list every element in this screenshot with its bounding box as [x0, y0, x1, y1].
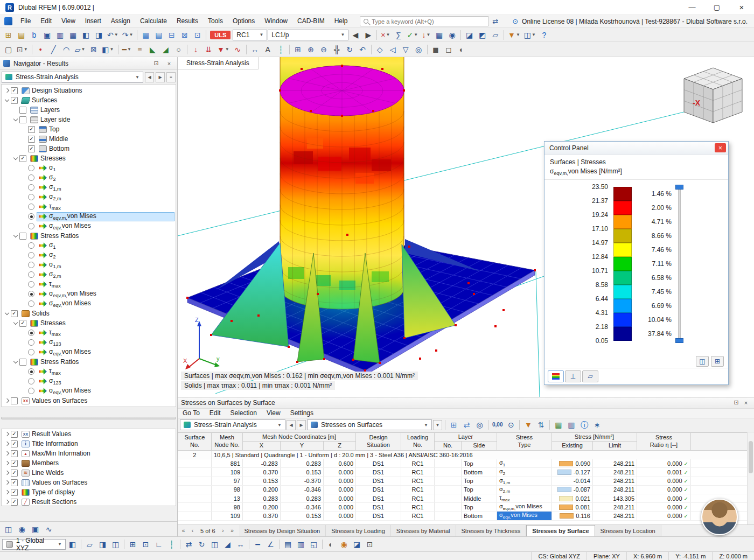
node-cell[interactable]: 98 — [212, 485, 243, 494]
checkbox[interactable]: ✓ — [28, 145, 35, 152]
control-panel-close-button[interactable]: × — [715, 143, 726, 152]
table-menu-go-to[interactable]: Go To — [178, 409, 205, 417]
y-cell[interactable]: 0.153 — [281, 512, 324, 520]
expand-chevron-icon[interactable] — [12, 359, 19, 365]
uls-badge[interactable]: ULS — [210, 31, 231, 39]
table-menu-view[interactable]: View — [262, 409, 285, 417]
surface-load-button[interactable]: ▼▼ — [215, 44, 231, 55]
layer-no-cell[interactable] — [435, 503, 462, 512]
table-settings-button[interactable]: ⊡ — [191, 29, 204, 41]
stress-type-cell[interactable]: σ2,m — [497, 485, 552, 494]
menu-window[interactable]: Window — [260, 15, 292, 27]
checkbox[interactable]: ✓ — [19, 233, 26, 240]
y-cell[interactable]: -0.370 — [281, 477, 324, 485]
zoom-window-button[interactable]: ⊞ — [292, 44, 304, 55]
layer-no-cell[interactable] — [435, 494, 462, 502]
tree-item-layer-side[interactable]: ✓Layer side — [2, 115, 176, 124]
new-line-button[interactable]: ╱ — [47, 44, 60, 55]
navigator-forward-button[interactable]: ▶ — [156, 72, 165, 82]
isometric-view-button[interactable]: ◇ — [374, 44, 386, 55]
comment-button[interactable]: ▱ — [489, 29, 501, 41]
tree-item-sigma1[interactable]: σ1 — [2, 241, 176, 250]
radio-button[interactable] — [28, 271, 34, 278]
radio-button[interactable] — [28, 194, 34, 200]
show-result-values-button[interactable]: ◉ — [446, 29, 458, 41]
existing-stress-cell[interactable]: -0.087 — [552, 485, 593, 494]
show-loads-button[interactable]: ↓▼ — [420, 29, 432, 41]
table-prev-button[interactable]: ◀ — [287, 420, 296, 430]
z-cell[interactable]: 0.000 — [324, 468, 356, 477]
radio-button[interactable] — [28, 184, 34, 191]
ratio-cell[interactable]: 0.000✓ — [637, 494, 691, 502]
limit-stress-cell[interactable]: 248.211 — [593, 512, 637, 520]
member-set-button[interactable]: ≡ — [134, 44, 146, 55]
checkbox[interactable]: ✓ — [11, 87, 18, 94]
stress-type-cell[interactable]: σeqv,von Mises — [497, 512, 552, 520]
node-cell[interactable]: 97 — [212, 477, 243, 485]
tree-item-sigma2-m[interactable]: σ2,m — [2, 270, 176, 279]
dimension-button[interactable]: ↔ — [249, 44, 261, 55]
render-shadow-button[interactable]: ◐ — [456, 44, 468, 55]
expand-chevron-icon[interactable] — [4, 499, 10, 505]
undo-button[interactable]: ↶▼ — [106, 29, 120, 41]
tree-item-line-welds[interactable]: ✓Line Welds — [2, 468, 176, 478]
table-print-button[interactable]: ⊠ — [178, 29, 191, 41]
x-cell[interactable]: 0.153 — [243, 477, 281, 485]
block-manager-button[interactable]: ◨ — [93, 29, 105, 41]
calculate-all-button[interactable]: ∑ — [392, 29, 404, 41]
expand-chevron-icon[interactable] — [4, 97, 10, 103]
navigator-splitter[interactable] — [0, 407, 177, 429]
node-cell[interactable]: 109 — [212, 468, 243, 477]
print-table-button[interactable]: ▥ — [565, 419, 577, 431]
radio-button[interactable] — [28, 291, 34, 297]
surface-cell[interactable] — [178, 503, 212, 512]
filter-tab[interactable]: ▱ — [582, 370, 598, 382]
checkbox[interactable]: ✓ — [19, 116, 26, 123]
clipping-planes-button[interactable]: ◪ — [351, 538, 363, 550]
last-table-button[interactable]: » — [228, 526, 237, 536]
table-next-button[interactable]: ▶ — [297, 420, 306, 430]
radio-button[interactable] — [28, 349, 34, 355]
checkbox[interactable]: ✓ — [11, 489, 18, 496]
app-menu-icon[interactable] — [4, 17, 12, 25]
surface-group-info[interactable]: 10,6,5 | Standard | Quadrangle | 1 - Uni… — [212, 451, 748, 459]
tree-item-middle[interactable]: ✓Middle — [2, 134, 176, 144]
save-model-button[interactable]: ▣ — [41, 29, 53, 41]
radio-button[interactable] — [28, 330, 34, 336]
table-menu-settings[interactable]: Settings — [285, 409, 318, 417]
render-solid-button[interactable]: ◼ — [430, 44, 442, 55]
tree-item-type-of-display[interactable]: ✓Type of display — [2, 487, 176, 497]
viewport-tab-stress-strain-analysis[interactable]: Stress-Strain Analysis — [178, 57, 259, 69]
loading-cell[interactable]: RC1 — [401, 485, 435, 494]
coordinate-system-combo[interactable]: 1 - Global XYZ ▼ — [2, 539, 66, 550]
layer-no-cell[interactable] — [435, 512, 462, 520]
checkbox[interactable]: ✓ — [19, 359, 26, 366]
checkbox[interactable]: ✓ — [11, 460, 18, 467]
move-copy-button[interactable]: ⇄ — [183, 538, 195, 550]
expand-chevron-icon[interactable] — [12, 155, 19, 162]
checkbox[interactable]: ✓ — [19, 155, 26, 162]
radio-button[interactable] — [28, 242, 34, 249]
tree-item-stress-ratios[interactable]: ✓Stress Ratios — [2, 231, 176, 241]
menu-results[interactable]: Results — [172, 15, 203, 27]
expand-chevron-icon[interactable] — [4, 470, 10, 476]
close-table-button[interactable]: × — [741, 398, 751, 407]
tree-item-result-sections[interactable]: ✓Result Sections — [2, 497, 176, 506]
layer-side-cell[interactable]: Bottom — [462, 512, 497, 520]
hinge-button[interactable]: ○ — [172, 44, 185, 55]
checkbox[interactable]: ✓ — [11, 97, 18, 104]
menu-options[interactable]: Options — [228, 15, 260, 27]
expand-chevron-icon[interactable] — [4, 397, 10, 404]
work-plane-yz-button[interactable]: ◨ — [96, 538, 109, 550]
light-settings-button[interactable]: ◉ — [338, 538, 350, 550]
navigation-cube[interactable]: -X — [684, 68, 742, 123]
tree-item-title-information[interactable]: ✓Title Information — [2, 439, 176, 449]
rotate-objects-button[interactable]: ↻ — [196, 538, 208, 550]
expand-chevron-icon[interactable] — [4, 460, 10, 466]
guideline-button[interactable]: ┆ — [275, 44, 287, 55]
color-scale-tab[interactable] — [548, 370, 564, 382]
menu-file[interactable]: File — [16, 15, 36, 27]
table-export-button[interactable]: ⊟ — [165, 29, 178, 41]
expand-chevron-icon[interactable] — [4, 479, 10, 486]
dimension-angular-button[interactable]: ∠ — [264, 538, 277, 550]
